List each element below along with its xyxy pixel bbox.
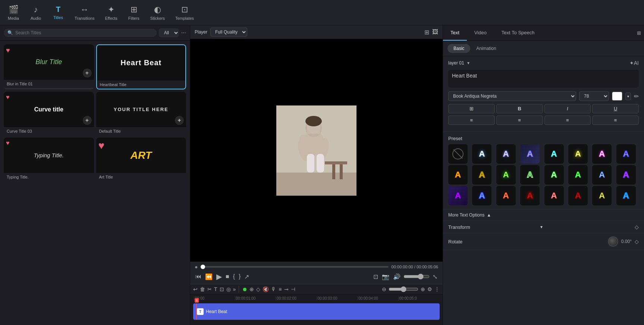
progress-track[interactable]	[201, 266, 388, 268]
preset-14[interactable]: A	[592, 165, 612, 184]
timeline-track[interactable]: 6 T Heart Beat	[193, 303, 440, 320]
mark-out-button[interactable]: }	[238, 272, 241, 281]
add-curve-button[interactable]: +	[83, 116, 92, 125]
add-blur-button[interactable]: +	[83, 69, 92, 78]
more-options-button[interactable]: ···	[181, 29, 186, 36]
toolbar-item-effects[interactable]: ✦ Effects	[100, 3, 122, 23]
toolbar-item-audio[interactable]: ♪ Audio	[25, 3, 46, 23]
underline-button[interactable]: U	[592, 104, 639, 113]
tl-record-button[interactable]: ⏺	[242, 286, 247, 292]
tl-layers-button[interactable]: ≡	[279, 286, 282, 292]
tl-cut-button[interactable]: ✂	[207, 286, 212, 292]
add-default-button[interactable]: +	[175, 116, 184, 125]
title-card-art[interactable]: ♥ ART Art Title	[96, 138, 186, 181]
snapshot-button[interactable]: 📷	[381, 272, 390, 281]
toolbar-item-transitions[interactable]: ↔ Transitions	[70, 3, 99, 23]
preset-8[interactable]: A	[448, 165, 468, 184]
title-card-heartbeat[interactable]: Heart Beat Heartbeat Title	[96, 44, 186, 89]
rotate-row[interactable]: Rotate 0.00° ◇	[443, 233, 644, 250]
preset-16[interactable]: A	[448, 186, 468, 205]
align-right-button[interactable]: ≡	[544, 116, 591, 125]
title-card-default[interactable]: YOUR TITLE HERE + Default Title	[96, 92, 186, 135]
sub-tab-basic[interactable]: Basic	[447, 44, 470, 53]
tab-video[interactable]: Video	[467, 25, 494, 41]
preset-19[interactable]: A	[520, 186, 540, 205]
toolbar-item-media[interactable]: 🎬 Media	[3, 3, 24, 23]
preset-17[interactable]: A	[472, 186, 491, 205]
transform-row[interactable]: Transform ▾ ◇	[443, 221, 644, 233]
mark-in-button[interactable]: {	[232, 272, 236, 281]
preset-13[interactable]: A	[568, 165, 588, 184]
tl-undo-button[interactable]: ↩	[193, 286, 198, 292]
preset-11[interactable]: A	[520, 165, 540, 184]
send-button[interactable]: ↗	[244, 272, 250, 281]
tab-tts[interactable]: Text To Speech	[494, 25, 542, 41]
title-card-typing[interactable]: ♥ Typing Title. Typing Title.	[4, 138, 94, 181]
filter-dropdown[interactable]: All	[159, 28, 179, 37]
align-center-button[interactable]: ≡	[496, 116, 543, 125]
photo-view-button[interactable]: 🖼	[432, 29, 438, 36]
center-icon-button[interactable]: ⊞	[448, 104, 495, 113]
rotate-knob[interactable]	[608, 236, 618, 247]
quality-dropdown[interactable]: Full Quality	[210, 28, 247, 37]
preset-5[interactable]: A	[568, 144, 588, 164]
tl-expand-button[interactable]: ⋮	[434, 286, 440, 292]
play-button[interactable]: ▶	[216, 271, 223, 282]
preset-22[interactable]: A	[592, 186, 612, 205]
tl-mic-button[interactable]: 🎙	[271, 286, 276, 292]
preset-4[interactable]: A	[544, 144, 564, 164]
grid-view-button[interactable]: ⊞	[424, 29, 429, 36]
fullscreen-button[interactable]: ⤡	[432, 272, 438, 281]
sub-tab-animation[interactable]: Animation	[470, 44, 502, 53]
preset-3[interactable]: A	[520, 144, 540, 164]
tl-audio-button[interactable]: ◎	[226, 286, 231, 292]
font-select[interactable]: Book Antiqua Negreta	[448, 91, 576, 101]
preset-1[interactable]: A	[472, 144, 491, 164]
color-dropdown-button[interactable]: ▾	[625, 92, 631, 100]
crop-button[interactable]: ⊡	[373, 272, 379, 281]
toolbar-item-templates[interactable]: ⊡ Templates	[171, 3, 198, 23]
tl-split-button[interactable]: ⊣	[291, 286, 295, 292]
preset-9[interactable]: A	[472, 165, 491, 184]
title-card-blur[interactable]: ♥ Blur Title + Blur in Title 01	[4, 44, 94, 89]
search-input[interactable]	[15, 30, 153, 35]
frame-back-button[interactable]: ⏪	[204, 272, 213, 281]
preset-12[interactable]: A	[544, 165, 564, 184]
color-swatch[interactable]	[612, 92, 622, 101]
preset-none[interactable]	[448, 144, 468, 164]
zoom-slider[interactable]	[389, 286, 418, 292]
step-back-button[interactable]: ⏮	[195, 272, 202, 281]
ai-button[interactable]: ✦AI	[629, 60, 639, 66]
preset-7[interactable]: A	[616, 144, 636, 164]
preset-18[interactable]: A	[496, 186, 516, 205]
tab-text[interactable]: Text	[443, 25, 467, 41]
tl-settings-button[interactable]: ⚙	[427, 286, 432, 292]
title-card-curve[interactable]: ♥ Curve title + Curve Title 03	[4, 92, 94, 135]
volume-slider[interactable]	[403, 274, 430, 280]
font-size-select[interactable]: 78	[579, 91, 609, 101]
preset-23[interactable]: A	[616, 186, 636, 205]
eyedropper-icon[interactable]: ✏	[634, 93, 639, 100]
toolbar-item-titles[interactable]: T Titles	[48, 3, 69, 22]
italic-button[interactable]: I	[544, 104, 591, 113]
preset-10[interactable]: A	[496, 165, 516, 184]
tl-delete-button[interactable]: 🗑	[200, 286, 205, 292]
tl-plus-button[interactable]: ⊕	[421, 286, 425, 292]
stop-button[interactable]: ■	[225, 272, 230, 281]
tl-mute-button[interactable]: 🔇	[263, 286, 269, 292]
tl-crop-button[interactable]: ⊡	[220, 286, 224, 292]
tl-keyframe-button[interactable]: ◇	[256, 286, 260, 292]
preset-6[interactable]: A	[592, 144, 612, 164]
toolbar-item-stickers[interactable]: ◐ Stickers	[146, 3, 169, 23]
toolbar-item-filters[interactable]: ⊞ Filters	[123, 3, 144, 23]
align-justify-button[interactable]: ≡	[592, 116, 639, 125]
preset-21[interactable]: A	[568, 186, 588, 205]
preset-15[interactable]: A	[616, 165, 636, 184]
tl-snap-button[interactable]: ⊕	[249, 286, 254, 292]
right-panel-close-button[interactable]: ⊞	[634, 25, 644, 41]
text-input[interactable]	[452, 73, 635, 79]
volume-button[interactable]: 🔊	[392, 272, 401, 281]
preset-20[interactable]: A	[544, 186, 564, 205]
tl-more-button[interactable]: »	[233, 286, 236, 292]
preset-2[interactable]: A	[496, 144, 516, 164]
